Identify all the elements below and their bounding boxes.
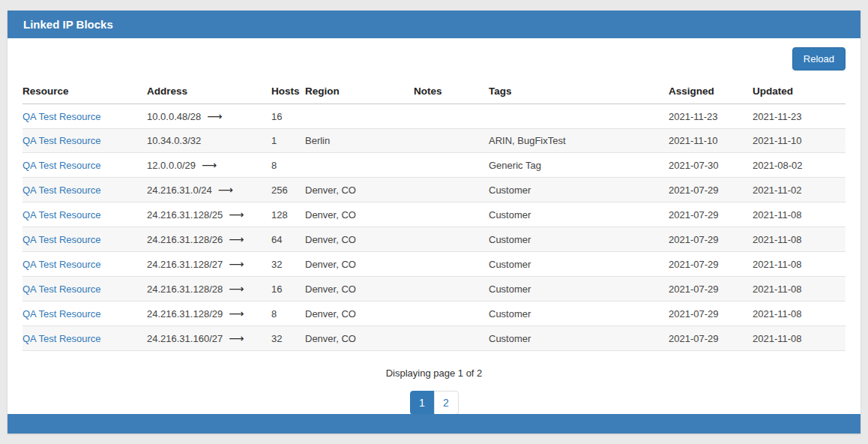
cell-updated: 2021-11-08 (753, 302, 846, 326)
cell-hosts: 32 (271, 326, 305, 351)
column-header-tags: Tags (489, 79, 669, 104)
resource-link[interactable]: QA Test Resource (22, 284, 101, 295)
resource-link[interactable]: QA Test Resource (22, 308, 101, 320)
column-header-resource: Resource (22, 79, 147, 104)
cell-tags: Customer (489, 326, 669, 351)
cell-notes (414, 104, 489, 129)
assign-arrow-icon[interactable]: ⟶ (229, 308, 244, 320)
cell-address: 10.34.0.3/32 (147, 129, 271, 153)
panel-footer-bar (7, 414, 861, 434)
table-header-row: ResourceAddressHostsRegionNotesTagsAssig… (22, 79, 846, 104)
cell-notes (414, 326, 489, 351)
table-row: QA Test Resource24.216.31.128/29⟶8Denver… (22, 302, 846, 326)
cell-tags (489, 104, 669, 129)
column-header-assigned: Assigned (669, 79, 753, 104)
address-text: 24.216.31.128/27 (147, 259, 223, 270)
cell-assigned: 2021-11-23 (669, 104, 753, 129)
cell-tags: Customer (489, 302, 669, 326)
cell-address: 24.216.31.128/27⟶ (147, 252, 271, 277)
cell-assigned: 2021-07-30 (669, 153, 753, 178)
assign-arrow-icon[interactable]: ⟶ (218, 184, 233, 196)
reload-button[interactable]: Reload (792, 47, 846, 70)
cell-region: Denver, CO (305, 202, 414, 227)
cell-notes (414, 302, 489, 326)
cell-hosts: 256 (271, 178, 305, 202)
cell-resource: QA Test Resource (22, 129, 147, 153)
cell-updated: 2021-11-08 (753, 227, 846, 252)
cell-updated: 2021-11-10 (753, 129, 846, 153)
cell-tags: Customer (489, 252, 669, 277)
cell-region (305, 153, 414, 178)
assign-arrow-icon[interactable]: ⟶ (229, 208, 244, 220)
table-row: QA Test Resource12.0.0.0/29⟶8Generic Tag… (22, 153, 846, 178)
cell-tags: Customer (489, 202, 669, 227)
address-text: 24.216.31.0/24 (147, 184, 212, 196)
cell-assigned: 2021-07-29 (669, 178, 753, 202)
cell-region: Denver, CO (305, 326, 414, 351)
table-body: QA Test Resource10.0.0.48/28⟶162021-11-2… (22, 104, 846, 351)
address-text: 24.216.31.128/29 (147, 308, 223, 320)
linked-ip-blocks-panel: Linked IP Blocks Reload ResourceAddressH… (7, 10, 861, 434)
cell-updated: 2021-11-08 (753, 202, 846, 227)
panel-body: Reload ResourceAddressHostsRegionNotesTa… (7, 38, 861, 414)
assign-arrow-icon[interactable]: ⟶ (229, 233, 244, 245)
cell-tags: Customer (489, 178, 669, 202)
cell-address: 24.216.31.128/28⟶ (147, 277, 271, 302)
address-text: 24.216.31.160/27 (147, 333, 223, 344)
table-row: QA Test Resource24.216.31.0/24⟶256Denver… (22, 178, 846, 202)
resource-link[interactable]: QA Test Resource (22, 111, 101, 122)
cell-updated: 2021-11-08 (753, 326, 846, 351)
resource-link[interactable]: QA Test Resource (22, 160, 101, 171)
cell-resource: QA Test Resource (22, 202, 147, 227)
cell-tags: ARIN, BugFixTest (489, 129, 669, 153)
cell-region: Denver, CO (305, 178, 414, 202)
cell-updated: 2021-11-23 (753, 104, 846, 129)
resource-link[interactable]: QA Test Resource (22, 234, 101, 245)
column-header-address: Address (147, 79, 271, 104)
cell-hosts: 1 (271, 129, 305, 153)
resource-link[interactable]: QA Test Resource (22, 333, 101, 344)
cell-tags: Customer (489, 227, 669, 252)
cell-address: 24.216.31.128/25⟶ (147, 202, 271, 227)
cell-region: Denver, CO (305, 252, 414, 277)
cell-tags: Generic Tag (489, 153, 669, 178)
cell-notes (414, 277, 489, 302)
page-button-1[interactable]: 1 (410, 391, 435, 414)
cell-address: 24.216.31.160/27⟶ (147, 326, 271, 351)
assign-arrow-icon[interactable]: ⟶ (202, 159, 217, 171)
table-row: QA Test Resource10.34.0.3/321BerlinARIN,… (22, 129, 846, 153)
assign-arrow-icon[interactable]: ⟶ (229, 258, 244, 270)
cell-resource: QA Test Resource (22, 326, 147, 351)
cell-hosts: 64 (271, 227, 305, 252)
assign-arrow-icon[interactable]: ⟶ (229, 283, 244, 295)
resource-link[interactable]: QA Test Resource (22, 209, 101, 220)
assign-arrow-icon[interactable]: ⟶ (229, 332, 244, 344)
resource-link[interactable]: QA Test Resource (22, 259, 101, 270)
assign-arrow-icon[interactable]: ⟶ (207, 110, 222, 122)
resource-link[interactable]: QA Test Resource (22, 135, 101, 146)
cell-address: 10.0.0.48/28⟶ (147, 104, 271, 129)
cell-assigned: 2021-07-29 (669, 326, 753, 351)
cell-region: Denver, CO (305, 277, 414, 302)
cell-region: Berlin (305, 129, 414, 153)
address-text: 10.0.0.48/28 (147, 111, 201, 122)
table-row: QA Test Resource24.216.31.128/25⟶128Denv… (22, 202, 846, 227)
address-text: 10.34.0.3/32 (147, 135, 201, 146)
page-button-2[interactable]: 2 (434, 391, 459, 414)
table-row: QA Test Resource24.216.31.128/27⟶32Denve… (22, 252, 846, 277)
cell-region (305, 104, 414, 129)
resource-link[interactable]: QA Test Resource (22, 184, 101, 196)
cell-assigned: 2021-07-29 (669, 202, 753, 227)
cell-hosts: 8 (271, 302, 305, 326)
table-row: QA Test Resource10.0.0.48/28⟶162021-11-2… (22, 104, 846, 129)
cell-resource: QA Test Resource (22, 252, 147, 277)
address-text: 24.216.31.128/26 (147, 234, 223, 245)
cell-assigned: 2021-07-29 (669, 252, 753, 277)
cell-resource: QA Test Resource (22, 277, 147, 302)
table-row: QA Test Resource24.216.31.160/27⟶32Denve… (22, 326, 846, 351)
toolbar: Reload (22, 38, 846, 79)
cell-assigned: 2021-07-29 (669, 302, 753, 326)
cell-address: 12.0.0.0/29⟶ (147, 153, 271, 178)
table-row: QA Test Resource24.216.31.128/28⟶16Denve… (22, 277, 846, 302)
cell-resource: QA Test Resource (22, 302, 147, 326)
